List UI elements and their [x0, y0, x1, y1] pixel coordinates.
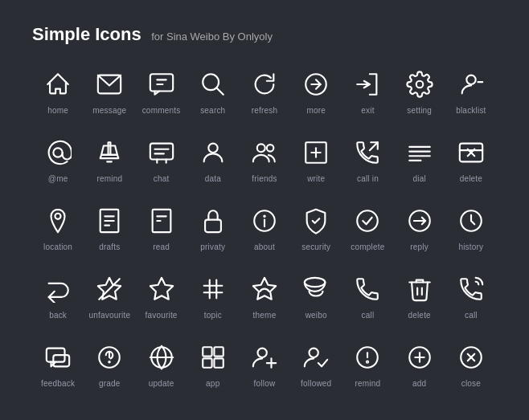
svg-point-34: [55, 214, 61, 219]
weibo-label: weibo: [306, 311, 327, 320]
update-icon: [145, 340, 178, 374]
svg-point-9: [466, 75, 475, 84]
followed-icon-item: followed: [290, 334, 342, 394]
about-label: about: [254, 243, 275, 251]
close-icon: [454, 340, 488, 374]
favourite-icon-item: favourite: [135, 266, 187, 326]
app-icon-item: app: [187, 334, 239, 394]
delete-icon-item: delete: [445, 129, 497, 190]
favourite-icon: [145, 272, 178, 306]
location-icon: [41, 204, 75, 238]
complete-icon-item: complete: [342, 198, 393, 258]
exit-label: exit: [361, 106, 374, 115]
svg-rect-64: [203, 347, 211, 356]
remind2-label: remind: [355, 379, 381, 388]
follow-label: follow: [254, 379, 276, 388]
comments-icon-item: comments: [135, 61, 187, 121]
more-label: more: [306, 106, 326, 115]
svg-point-21: [257, 144, 265, 152]
svg-point-61: [109, 361, 110, 362]
security-label: security: [301, 243, 330, 251]
favourite-label: favourite: [145, 311, 177, 320]
follow-icon: [248, 340, 281, 374]
callin-icon: [351, 136, 384, 169]
reply-icon: [403, 204, 437, 238]
about-icon: [248, 204, 281, 238]
atme-icon-item: @me: [32, 129, 84, 190]
friends-icon-item: friends: [239, 129, 290, 190]
icon-grid: home message comments search refresh mor…: [32, 61, 497, 394]
page-title: Simple Icons: [32, 24, 141, 44]
theme-icon: [248, 272, 281, 306]
drafts-label: drafts: [99, 243, 120, 251]
update-label: update: [149, 379, 174, 388]
add-icon-item: add: [394, 334, 445, 394]
follow-icon-item: follow: [239, 334, 290, 394]
setting-icon: [403, 67, 437, 101]
more-icon-item: more: [290, 61, 342, 121]
update-icon-item: update: [135, 334, 187, 394]
privacy-icon: [196, 204, 230, 238]
call2-icon-item: call: [445, 266, 497, 326]
svg-point-46: [358, 210, 379, 231]
svg-rect-66: [203, 358, 211, 367]
app-label: app: [206, 379, 219, 388]
comments-icon: [145, 67, 178, 101]
svg-rect-67: [214, 358, 223, 367]
svg-point-68: [257, 349, 266, 357]
refresh-label: refresh: [252, 106, 278, 115]
grade-icon-item: grade: [84, 334, 135, 394]
delete-icon: [454, 136, 488, 169]
dial-label: dial: [412, 174, 425, 183]
chat-label: chat: [154, 174, 170, 183]
unfavourite-label: unfavourite: [88, 311, 130, 320]
grade-label: grade: [99, 379, 121, 388]
weibo-icon-item: weibo: [290, 266, 342, 326]
comments-label: comments: [142, 106, 181, 115]
data-icon: [196, 136, 230, 169]
remind-icon-item: remind: [84, 129, 135, 190]
svg-line-26: [370, 142, 378, 150]
svg-point-4: [203, 74, 219, 90]
remind2-icon-item: remind: [342, 334, 393, 394]
svg-line-5: [217, 88, 223, 95]
remind2-icon: [351, 340, 384, 374]
call-icon: [351, 272, 384, 306]
feedback-label: feedback: [41, 379, 75, 388]
unfavourite-icon: [92, 272, 126, 306]
svg-rect-42: [205, 220, 221, 233]
call-label: call: [362, 311, 375, 320]
unfavourite-icon-item: unfavourite: [84, 266, 135, 326]
call-icon-item: call: [342, 266, 393, 326]
atme-label: @me: [48, 174, 68, 183]
add-icon: [403, 340, 437, 374]
chat-icon: [145, 136, 178, 169]
more-icon: [299, 67, 333, 101]
weibo-icon: [299, 272, 333, 306]
dial-icon: [403, 136, 437, 169]
home-icon: [41, 67, 75, 101]
add-label: add: [412, 379, 426, 388]
reply-icon-item: reply: [394, 198, 445, 258]
friends-label: friends: [252, 174, 277, 183]
search-label: search: [200, 106, 225, 115]
write-icon-item: write: [290, 129, 342, 190]
svg-point-22: [267, 145, 274, 152]
blacklist-label: blacklist: [456, 106, 486, 115]
chat-icon-item: chat: [135, 129, 187, 190]
delete-label: delete: [460, 174, 482, 183]
data-icon-item: data: [187, 129, 239, 190]
grade-icon: [92, 340, 126, 374]
page-subtitle: for Sina Weibo By Onlyoly: [151, 31, 273, 43]
call2-label: call: [465, 311, 478, 320]
location-icon-item: location: [32, 198, 84, 258]
exit-icon-item: exit: [342, 61, 393, 121]
write-icon: [299, 136, 333, 169]
write-label: write: [307, 174, 325, 183]
title-area: Simple Icons for Sina Weibo By Onlyoly: [32, 24, 497, 45]
refresh-icon: [248, 67, 281, 101]
svg-rect-39: [152, 210, 170, 232]
setting-icon-item: setting: [394, 61, 445, 121]
home-icon-item: home: [32, 61, 84, 121]
blacklist-icon: [454, 67, 488, 101]
